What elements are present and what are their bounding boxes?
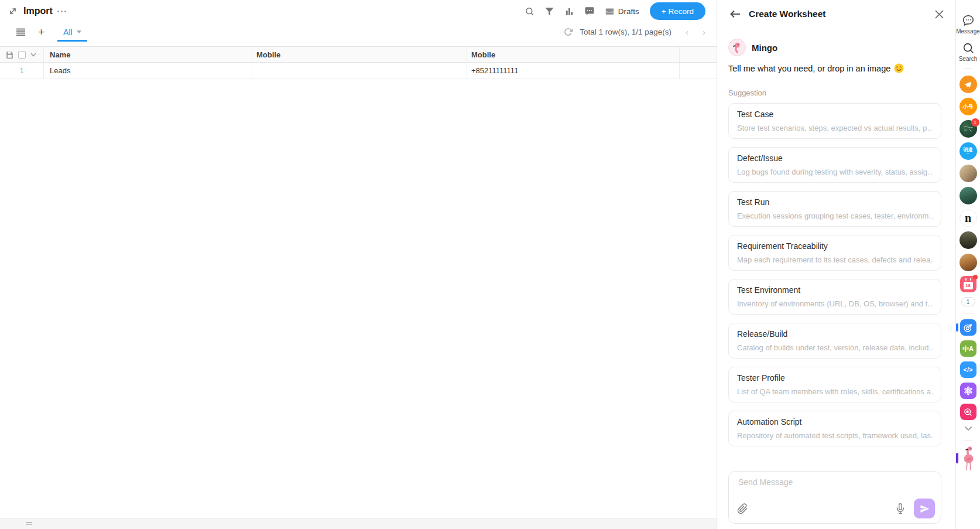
notion-app-icon[interactable]: n	[960, 209, 977, 227]
send-message-input[interactable]	[738, 477, 931, 487]
active-tab-underline	[57, 40, 87, 42]
mingo-avatar	[728, 39, 746, 56]
add-view-icon[interactable]: +	[38, 26, 44, 37]
cat-avatar-chat-icon[interactable]	[960, 165, 977, 182]
active-indicator-blue	[956, 323, 958, 332]
column-header-name[interactable]: Name	[44, 47, 252, 62]
cell-mobile-1[interactable]	[252, 63, 467, 79]
message-label: Message	[956, 28, 980, 35]
calendar-app-icon[interactable]: 16	[960, 276, 976, 292]
worksheet-main-area: Import	[0, 0, 717, 529]
search-icon[interactable]	[525, 6, 534, 16]
worksheet-header: Import	[0, 0, 717, 22]
evening-avatar-chat-icon[interactable]	[960, 254, 977, 271]
page-title: Import	[23, 6, 53, 16]
assistant-header: Mingo	[728, 39, 777, 56]
dock-divider-2	[964, 313, 972, 313]
attachment-icon[interactable]	[737, 503, 748, 514]
view-list-icon[interactable]	[16, 28, 25, 36]
suggestion-list: Test Case Store test scenarios, steps, e…	[728, 103, 941, 455]
cell-name[interactable]: Leads	[44, 63, 252, 79]
statistics-icon[interactable]	[564, 6, 574, 16]
suggestion-card-test-environment[interactable]: Test Environment Inventory of environmen…	[728, 279, 941, 315]
pagination-total: Total 1 row(s), 1/1 page(s)	[580, 28, 671, 36]
microphone-icon[interactable]	[895, 503, 906, 514]
next-page-icon[interactable]: ›	[703, 27, 705, 37]
column-header-mobile-1[interactable]: Mobile	[252, 47, 467, 62]
xiaohao-app-icon[interactable]: 小号	[960, 98, 977, 115]
suggestion-card-automation-script[interactable]: Automation Script Repository of automate…	[728, 411, 941, 446]
suggestion-card-test-run[interactable]: Test Run Execution sessions grouping tes…	[728, 191, 941, 227]
dock-divider	[964, 69, 972, 69]
drafts-button[interactable]: Drafts	[605, 6, 639, 16]
filter-icon[interactable]	[544, 6, 554, 16]
bug-inspect-app-icon[interactable]	[960, 404, 976, 420]
add-record-button[interactable]: + Record	[650, 2, 705, 20]
calendar-date: 16	[964, 282, 973, 289]
assistant-name: Mingo	[752, 43, 777, 53]
tab-all[interactable]: All	[60, 22, 85, 42]
chalkboard-chat-icon[interactable]: 1	[960, 120, 977, 138]
dock-search-icon[interactable]	[962, 42, 975, 54]
code-app-icon[interactable]: </>	[960, 361, 976, 378]
person-avatar-chat-icon[interactable]	[960, 187, 977, 204]
create-worksheet-panel: Create Worksheet Mingo Tell me what you …	[717, 0, 955, 529]
count-pill-badge: 1	[961, 297, 975, 306]
suggestion-card-requirement-traceability[interactable]: Requirement Traceability Map each requir…	[728, 235, 941, 271]
more-menu-icon[interactable]	[57, 11, 66, 12]
message-icon[interactable]	[961, 14, 975, 27]
dock-collapse-chevron-icon[interactable]	[964, 426, 972, 431]
calendar-notification-dot	[973, 275, 978, 279]
tab-caret-icon	[77, 30, 81, 33]
refresh-icon[interactable]	[564, 28, 573, 36]
grid-header-row: Name Mobile Mobile	[0, 46, 717, 63]
suggestion-card-test-case[interactable]: Test Case Store test scenarios, steps, e…	[728, 103, 941, 139]
panel-title: Create Worksheet	[749, 9, 826, 19]
cell-mobile-2[interactable]: +85211111111	[467, 63, 680, 79]
data-grid: Name Mobile Mobile 1 Leads +85211111111	[0, 46, 717, 79]
painting-avatar-chat-icon[interactable]	[960, 231, 977, 249]
suggestion-card-release-build[interactable]: Release/Build Catalog of builds under te…	[728, 323, 941, 359]
discussion-icon[interactable]	[584, 6, 595, 16]
back-arrow-icon[interactable]	[730, 10, 741, 18]
telegram-app-icon[interactable]	[960, 76, 977, 93]
column-header-mobile-2[interactable]: Mobile	[467, 47, 680, 62]
active-indicator-purple	[956, 453, 958, 463]
unread-badge: 1	[971, 118, 979, 127]
select-all-checkbox[interactable]	[18, 51, 26, 59]
message-composer[interactable]	[728, 471, 941, 524]
app-dock: Message Search 小号 1 明道 ━━━ n	[955, 0, 980, 529]
grid-footer-bar	[0, 518, 717, 529]
mingo-flamingo-mascot[interactable]	[960, 446, 977, 472]
suggestion-label: Suggestion	[728, 88, 766, 97]
smiley-emoji-icon	[894, 63, 904, 73]
close-icon[interactable]	[935, 10, 944, 19]
send-button[interactable]	[914, 499, 935, 518]
suggestion-card-tester-profile[interactable]: Tester Profile List of QA team members w…	[728, 367, 941, 402]
collapse-diagonal-icon[interactable]	[8, 6, 18, 16]
search-label: Search	[956, 56, 980, 62]
target-app-icon[interactable]	[960, 319, 976, 336]
suggestion-card-defect-issue[interactable]: Defect/Issue Log bugs found during testi…	[728, 147, 941, 183]
view-tab-bar: + All Total 1 row(s), 1/1 page(s) ‹ ›	[0, 22, 717, 42]
row-number[interactable]: 1	[0, 63, 44, 79]
panel-header: Create Worksheet	[717, 0, 955, 28]
save-view-icon[interactable]	[6, 51, 13, 59]
header-chevron-icon[interactable]	[30, 53, 36, 57]
prev-page-icon[interactable]: ‹	[686, 27, 688, 37]
footer-handle-icon[interactable]	[26, 522, 32, 525]
column-header-empty	[680, 47, 717, 62]
cell-empty	[680, 63, 717, 79]
mingdao-app-icon[interactable]: 明道 ━━━	[960, 142, 977, 160]
table-row[interactable]: 1 Leads +85211111111	[0, 63, 717, 79]
drafts-label: Drafts	[618, 7, 639, 16]
chatgpt-app-icon[interactable]	[960, 383, 976, 399]
assistant-greeting: Tell me what you need, or drop in an ima…	[728, 63, 904, 73]
translate-app-icon[interactable]: 中A	[960, 340, 976, 357]
dock-divider-3	[964, 441, 972, 441]
drafts-icon	[605, 6, 615, 16]
